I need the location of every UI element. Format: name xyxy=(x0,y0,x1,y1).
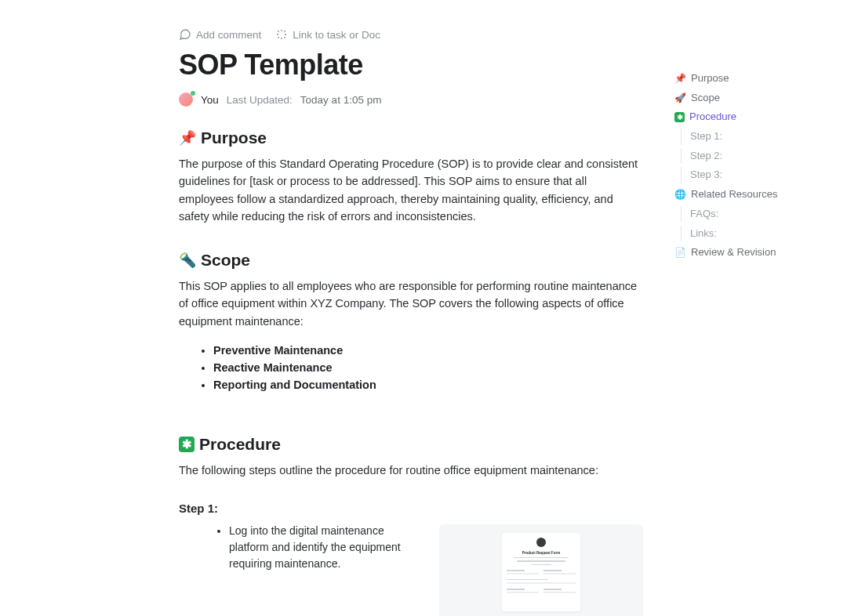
section-heading-procedure: ✱ Procedure xyxy=(179,435,643,454)
rocket-icon: 🚀 xyxy=(674,89,686,107)
list-item: Reporting and Documentation xyxy=(213,379,643,391)
embedded-form-preview[interactable]: Product Request Form xyxy=(439,524,643,616)
toc-item-purpose[interactable]: 📌 Purpose xyxy=(674,69,778,89)
toc-item-related-resources[interactable]: 🌐 Related Resources xyxy=(674,185,778,205)
top-actions: Add comment Link to task or Doc xyxy=(179,28,643,41)
asterisk-badge-icon: ✱ xyxy=(179,437,194,452)
document-main: Add comment Link to task or Doc SOP Temp… xyxy=(0,0,674,616)
link-task-label: Link to task or Doc xyxy=(293,29,380,41)
section-heading-scope: 🔦 Scope xyxy=(179,251,643,270)
purpose-body: The purpose of this Standard Operating P… xyxy=(179,155,642,226)
toc-subitem-step1[interactable]: Step 1: xyxy=(674,127,778,147)
toc-subitem-step2[interactable]: Step 2: xyxy=(674,147,778,166)
toc-label: Scope xyxy=(691,89,720,108)
page-icon: 📄 xyxy=(674,244,686,262)
byline: You Last Updated: Today at 1:05 pm xyxy=(179,92,643,107)
updated-label: Last Updated: xyxy=(227,94,293,106)
comment-icon xyxy=(179,28,191,41)
table-of-contents: 📌 Purpose 🚀 Scope ✱ Procedure Step 1: St… xyxy=(674,0,778,616)
globe-icon: 🌐 xyxy=(674,186,686,204)
procedure-heading-text: Procedure xyxy=(199,435,281,454)
purpose-heading-text: Purpose xyxy=(201,129,267,147)
section-heading-purpose: 📌 Purpose xyxy=(179,129,643,147)
sparkle-icon xyxy=(275,28,288,41)
avatar[interactable] xyxy=(179,92,193,107)
embed-card: Product Request Form xyxy=(502,533,580,611)
toc-label: Purpose xyxy=(691,69,729,89)
embed-title: Product Request Form xyxy=(522,551,561,555)
toc-label: Review & Revision xyxy=(691,243,776,263)
toc-item-scope[interactable]: 🚀 Scope xyxy=(674,89,778,108)
toc-subitem-faqs[interactable]: FAQs: xyxy=(674,205,778,224)
toc-subitem-links[interactable]: Links: xyxy=(674,224,778,244)
scope-bullets: Preventive Maintenance Reactive Maintena… xyxy=(179,344,643,391)
toc-label: Related Resources xyxy=(691,185,778,205)
add-comment-label: Add comment xyxy=(196,29,261,41)
link-task-button[interactable]: Link to task or Doc xyxy=(275,28,380,41)
add-comment-button[interactable]: Add comment xyxy=(179,28,261,41)
pushpin-icon: 📌 xyxy=(674,70,686,88)
toc-subitem-step3[interactable]: Step 3: xyxy=(674,165,778,185)
embed-avatar-icon xyxy=(536,538,546,547)
updated-value: Today at 1:05 pm xyxy=(300,94,382,106)
page-title: SOP Template xyxy=(179,49,643,82)
author-name[interactable]: You xyxy=(201,94,219,106)
list-item: Preventive Maintenance xyxy=(213,344,643,357)
procedure-body: The following steps outline the procedur… xyxy=(179,462,642,479)
scope-heading-text: Scope xyxy=(201,251,250,270)
list-item: Reactive Maintenance xyxy=(213,361,643,374)
toc-item-review-revision[interactable]: 📄 Review & Revision xyxy=(674,243,778,263)
asterisk-badge-icon: ✱ xyxy=(674,112,685,122)
pushpin-icon: 📌 xyxy=(179,129,196,147)
scope-body: This SOP applies to all employees who ar… xyxy=(179,277,642,330)
list-item: Log into the digital maintenance platfor… xyxy=(229,523,416,572)
toc-label: Procedure xyxy=(689,107,736,127)
step-bullets: Log into the digital maintenance platfor… xyxy=(179,523,416,572)
step-heading: Step 1: xyxy=(179,502,643,515)
toc-item-procedure[interactable]: ✱ Procedure xyxy=(674,107,778,127)
step-row: Log into the digital maintenance platfor… xyxy=(179,515,643,616)
flashlight-icon: 🔦 xyxy=(179,252,196,269)
